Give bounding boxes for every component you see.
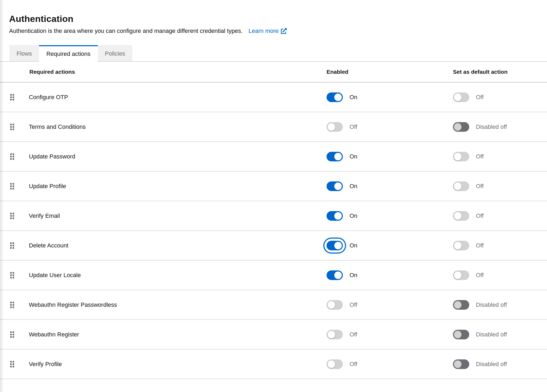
- tab-flows[interactable]: Flows: [9, 45, 39, 61]
- enabled-switch[interactable]: [327, 300, 343, 310]
- row-label: Update Password: [29, 153, 75, 160]
- default-switch[interactable]: [453, 181, 469, 191]
- row-label: Delete Account: [29, 242, 68, 249]
- switch-knob: [454, 242, 461, 249]
- page-header: Authentication Authentication is the are…: [0, 0, 547, 34]
- default-switch[interactable]: [453, 122, 469, 132]
- switch-knob: [334, 271, 342, 279]
- default-switch[interactable]: [453, 359, 469, 369]
- default-switch-label: Disabled off: [476, 301, 507, 308]
- default-switch-label: Off: [476, 212, 484, 219]
- switch-knob: [334, 183, 342, 190]
- enabled-switch[interactable]: [327, 211, 343, 221]
- learn-more-link[interactable]: Learn more: [249, 28, 287, 34]
- enabled-switch[interactable]: [327, 241, 343, 250]
- switch-knob: [454, 360, 461, 368]
- enabled-switch-label: Off: [350, 301, 357, 308]
- row-label: Webauthn Register Passwordless: [29, 301, 117, 308]
- switch-knob: [334, 212, 342, 220]
- default-switch-label: Off: [476, 153, 484, 160]
- enabled-switch-label: On: [350, 212, 357, 219]
- drag-handle-icon[interactable]: [10, 361, 14, 367]
- table-row: Delete Account On Off: [0, 231, 547, 261]
- drag-handle-icon[interactable]: [10, 94, 14, 100]
- switch-knob: [454, 153, 461, 160]
- switch-knob: [334, 153, 342, 160]
- default-switch-label: Off: [476, 94, 484, 101]
- switch-knob: [454, 94, 461, 101]
- row-label: Webauthn Register: [29, 331, 79, 338]
- table-header-row: Required actions Enabled Set as default …: [0, 62, 547, 83]
- enabled-switch-label: Off: [350, 123, 357, 130]
- enabled-switch-label: On: [350, 272, 357, 279]
- enabled-switch-label: Off: [350, 331, 357, 338]
- default-switch-label: Off: [476, 242, 484, 249]
- row-label: Verify Email: [29, 212, 60, 219]
- column-header-required-actions: Required actions: [0, 69, 327, 75]
- drag-handle-icon[interactable]: [10, 272, 14, 278]
- enabled-switch-label: Off: [350, 361, 357, 368]
- enabled-switch[interactable]: [327, 92, 343, 102]
- page-description: Authentication is the area where you can…: [9, 28, 243, 34]
- row-label: Terms and Conditions: [29, 123, 86, 130]
- default-switch-label: Disabled off: [476, 361, 507, 368]
- drag-handle-icon[interactable]: [10, 153, 14, 160]
- enabled-switch[interactable]: [327, 122, 343, 132]
- switch-knob: [328, 360, 335, 368]
- switch-knob: [454, 183, 461, 190]
- learn-more-label: Learn more: [249, 28, 279, 34]
- switch-knob: [334, 242, 342, 249]
- table-row: Webauthn Register Off Disabled off: [0, 320, 547, 350]
- switch-knob: [454, 271, 461, 279]
- drag-handle-icon[interactable]: [10, 331, 14, 338]
- row-label: Configure OTP: [29, 94, 68, 101]
- switch-knob: [454, 331, 461, 338]
- default-switch-label: Off: [476, 272, 484, 279]
- tab-policies[interactable]: Policies: [98, 45, 133, 61]
- enabled-switch[interactable]: [327, 330, 343, 339]
- switch-knob: [328, 331, 335, 338]
- enabled-switch[interactable]: [327, 270, 343, 280]
- drag-handle-icon[interactable]: [10, 124, 14, 130]
- required-actions-table: Required actions Enabled Set as default …: [0, 62, 547, 379]
- row-label: Update Profile: [29, 183, 66, 190]
- default-switch[interactable]: [453, 152, 469, 161]
- table-row: Verify Email On Off: [0, 201, 547, 231]
- default-switch[interactable]: [453, 211, 469, 221]
- page-title: Authentication: [9, 14, 547, 24]
- enabled-switch-label: On: [350, 183, 357, 190]
- switch-knob: [454, 301, 461, 309]
- switch-knob: [454, 123, 461, 131]
- table-row: Configure OTP On Off: [0, 83, 547, 112]
- table-row: Update Profile On Off: [0, 172, 547, 201]
- external-link-icon: [281, 28, 287, 34]
- switch-knob: [328, 123, 335, 131]
- table-row: Webauthn Register Passwordless Off Disab…: [0, 290, 547, 320]
- enabled-switch-label: On: [350, 242, 357, 249]
- table-row: Update User Locale On Off: [0, 261, 547, 290]
- default-switch[interactable]: [453, 92, 469, 102]
- default-switch[interactable]: [453, 241, 469, 250]
- column-header-enabled: Enabled: [327, 69, 453, 75]
- tab-required-actions[interactable]: Required actions: [39, 45, 98, 62]
- switch-knob: [334, 94, 342, 101]
- default-switch[interactable]: [453, 330, 469, 339]
- drag-handle-icon[interactable]: [10, 213, 14, 219]
- table-row: Terms and Conditions Off Disabled off: [0, 112, 547, 142]
- enabled-switch[interactable]: [327, 359, 343, 369]
- enabled-switch-label: On: [350, 94, 357, 101]
- row-label: Verify Profile: [29, 361, 62, 368]
- drag-handle-icon[interactable]: [10, 242, 14, 249]
- drag-handle-icon[interactable]: [10, 302, 14, 308]
- default-switch[interactable]: [453, 300, 469, 310]
- drag-handle-icon[interactable]: [10, 183, 14, 189]
- switch-knob: [454, 212, 461, 220]
- enabled-switch[interactable]: [327, 181, 343, 191]
- table-row: Verify Profile Off Disabled off: [0, 350, 547, 379]
- switch-knob: [328, 301, 335, 309]
- enabled-switch-label: On: [350, 153, 357, 160]
- default-switch[interactable]: [453, 270, 469, 280]
- enabled-switch[interactable]: [327, 152, 343, 161]
- row-label: Update User Locale: [29, 272, 81, 279]
- default-switch-label: Disabled off: [476, 123, 507, 130]
